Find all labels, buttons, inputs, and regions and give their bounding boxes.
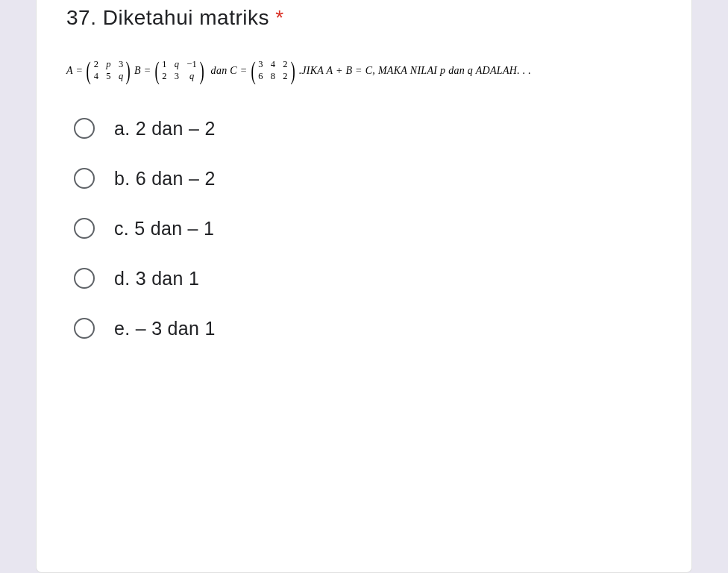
paren-left: ( [87, 60, 91, 81]
paren-left: ( [251, 60, 255, 81]
option-label: d. 3 dan 1 [114, 268, 199, 289]
option-a[interactable]: a. 2 dan – 2 [74, 118, 662, 140]
radio-icon [74, 318, 95, 339]
option-label: c. 5 dan – 1 [114, 218, 214, 239]
a-equals: A = [66, 65, 83, 77]
required-asterisk: * [275, 6, 283, 29]
options-list: a. 2 dan – 2 b. 6 dan – 2 c. 5 dan – 1 d… [66, 118, 662, 339]
radio-icon [74, 168, 95, 189]
paren-right: ) [126, 60, 131, 81]
radio-icon [74, 118, 95, 139]
question-number: 37. [66, 6, 96, 29]
paren-right: ) [290, 60, 295, 81]
matrix-a: ( 2 p 3 4 5 q ) [84, 60, 133, 82]
c-equals: C = [230, 65, 247, 77]
option-b[interactable]: b. 6 dan – 2 [74, 168, 662, 190]
matrix-b-body: 1 q −1 2 3 q [161, 60, 198, 82]
tail-text: JIKA A + B = C, MAKA NILAI p dan q ADALA… [301, 65, 531, 77]
paren-right: ) [200, 60, 204, 81]
question-title: 37. Diketahui matriks * [66, 0, 662, 30]
b-equals: B = [134, 65, 151, 77]
radio-icon [74, 268, 95, 289]
matrix-a-body: 2 p 3 4 5 q [93, 60, 125, 82]
option-d[interactable]: d. 3 dan 1 [74, 268, 662, 289]
option-e[interactable]: e. – 3 dan 1 [74, 318, 662, 339]
matrix-c-body: 3 4 2 6 8 2 [257, 60, 289, 82]
option-label: a. 2 dan – 2 [114, 118, 216, 140]
option-c[interactable]: c. 5 dan – 1 [74, 218, 662, 239]
matrix-b: ( 1 q −1 2 3 q ) [153, 60, 207, 82]
question-text: Diketahui matriks [103, 6, 269, 29]
option-label: b. 6 dan – 2 [114, 168, 216, 190]
matrix-c: ( 3 4 2 6 8 2 ) [249, 60, 298, 82]
math-expression: A = ( 2 p 3 4 5 q ) B = ( 1 q −1 2 3 q [66, 60, 662, 82]
radio-icon [74, 218, 95, 239]
question-card: 37. Diketahui matriks * A = ( 2 p 3 4 5 … [36, 0, 692, 573]
dan-text: dan [211, 65, 228, 77]
option-label: e. – 3 dan 1 [114, 318, 216, 339]
paren-left: ( [154, 60, 159, 81]
